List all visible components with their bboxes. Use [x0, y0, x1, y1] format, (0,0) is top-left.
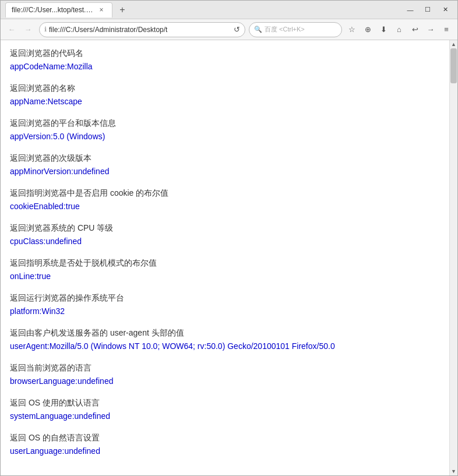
tab-area: file:///C:/User...ktop/test.html × +: [5, 2, 403, 17]
window-close-button[interactable]: ✕: [438, 4, 453, 16]
address-bar[interactable]: ℹ file:///C:/Users/Administrator/Desktop…: [39, 22, 245, 37]
info-section-label: 返回浏览器系统的 CPU 等级: [10, 222, 440, 234]
info-section-label: 返回浏览器的代码名: [10, 47, 440, 59]
back-button[interactable]: ←: [4, 22, 19, 37]
minimize-button[interactable]: —: [403, 4, 418, 16]
info-section-label: 返回运行浏览器的操作系统平台: [10, 292, 440, 304]
undo-button[interactable]: ↩: [407, 22, 422, 37]
shield-button[interactable]: ⊕: [360, 22, 375, 37]
info-section-value: userLanguage:undefined: [10, 445, 440, 457]
info-section: 返回浏览器的代码名appCodeName:Mozilla: [10, 47, 440, 73]
browser-window: file:///C:/User...ktop/test.html × + — ☐…: [0, 0, 458, 476]
bookmark-button[interactable]: ☆: [344, 22, 360, 37]
active-tab[interactable]: file:///C:/User...ktop/test.html ×: [5, 2, 112, 17]
info-section-label: 返回当前浏览器的语言: [10, 362, 440, 374]
scroll-thumb[interactable]: [450, 48, 457, 83]
info-section-value: onLine:true: [10, 270, 440, 283]
reload-button[interactable]: ↺: [234, 25, 240, 34]
home-button[interactable]: ⌂: [392, 22, 407, 37]
info-section-label: 返回指明浏览器中是否启用 cookie 的布尔值: [10, 187, 440, 199]
window-controls: — ☐ ✕: [403, 4, 453, 16]
info-section-value: appMinorVersion:undefined: [10, 165, 440, 178]
scroll-track[interactable]: [450, 48, 457, 467]
info-section: 返回浏览器的平台和版本信息appVersion:5.0 (Windows): [10, 117, 440, 143]
info-section: 返回当前浏览器的语言browserLanguage:undefined: [10, 362, 440, 387]
new-tab-button[interactable]: +: [115, 2, 130, 17]
info-section: 返回浏览器的次级版本appMinorVersion:undefined: [10, 152, 440, 178]
download-button[interactable]: ⬇: [376, 22, 391, 37]
info-section: 返回浏览器的名称appName:Netscape: [10, 82, 440, 108]
info-section-label: 返回指明系统是否处于脱机模式的布尔值: [10, 257, 440, 269]
scroll-up-arrow[interactable]: ▲: [450, 40, 458, 48]
content-wrapper: 返回浏览器的代码名appCodeName:Mozilla返回浏览器的名称appN…: [1, 40, 457, 475]
info-section: 返回由客户机发送服务器的 user-agent 头部的值userAgent:Mo…: [10, 327, 440, 352]
info-section-value: systemLanguage:undefined: [10, 410, 440, 422]
info-section: 返回指明系统是否处于脱机模式的布尔值onLine:true: [10, 257, 440, 283]
info-section-value: browserLanguage:undefined: [10, 375, 440, 387]
info-section: 返回 OS 使用的默认语言systemLanguage:undefined: [10, 397, 440, 422]
info-section: 返回 OS 的自然语言设置userLanguage:undefined: [10, 432, 440, 457]
address-text: file:///C:/Users/Administrator/Desktop/t: [49, 26, 231, 34]
sections-container: 返回浏览器的代码名appCodeName:Mozilla返回浏览器的名称appN…: [10, 47, 440, 457]
tab-close-button[interactable]: ×: [97, 5, 106, 15]
info-section-label: 返回 OS 的自然语言设置: [10, 432, 440, 444]
search-icon: 🔍: [254, 26, 262, 33]
search-placeholder-text: 百度 <Ctrl+K>: [265, 25, 305, 34]
info-section-label: 返回 OS 使用的默认语言: [10, 397, 440, 409]
info-section-value: appCodeName:Mozilla: [10, 61, 440, 73]
titlebar: file:///C:/User...ktop/test.html × + — ☐…: [1, 1, 457, 19]
info-section-label: 返回浏览器的名称: [10, 82, 440, 94]
info-section-value: platform:Win32: [10, 305, 440, 318]
page-content: 返回浏览器的代码名appCodeName:Mozilla返回浏览器的名称appN…: [1, 40, 449, 475]
scroll-down-arrow[interactable]: ▼: [450, 467, 458, 475]
info-section-value: appName:Netscape: [10, 96, 440, 108]
info-section-label: 返回浏览器的平台和版本信息: [10, 117, 440, 129]
info-section-label: 返回由客户机发送服务器的 user-agent 头部的值: [10, 327, 440, 339]
info-section-value: userAgent:Mozilla/5.0 (Windows NT 10.0; …: [10, 340, 440, 352]
info-section-value: appVersion:5.0 (Windows): [10, 131, 440, 143]
menu-button[interactable]: ≡: [439, 22, 454, 37]
info-section: 返回指明浏览器中是否启用 cookie 的布尔值cookieEnabled:tr…: [10, 187, 440, 213]
tab-title: file:///C:/User...ktop/test.html: [12, 6, 93, 14]
info-section-label: 返回浏览器的次级版本: [10, 152, 440, 164]
search-bar[interactable]: 🔍 百度 <Ctrl+K>: [249, 22, 342, 37]
info-section: 返回浏览器系统的 CPU 等级cpuClass:undefined: [10, 222, 440, 248]
info-section: 返回运行浏览器的操作系统平台platform:Win32: [10, 292, 440, 318]
lock-icon: ℹ: [44, 26, 47, 33]
redo-button[interactable]: →: [423, 22, 438, 37]
nav-icons: ☆ ⊕ ⬇ ⌂ ↩ → ≡: [344, 22, 454, 37]
info-section-value: cookieEnabled:true: [10, 200, 440, 213]
maximize-button[interactable]: ☐: [420, 4, 435, 16]
info-section-value: cpuClass:undefined: [10, 235, 440, 248]
forward-button[interactable]: →: [20, 22, 36, 37]
scrollbar[interactable]: ▲ ▼: [449, 40, 457, 475]
navbar: ← → ℹ file:///C:/Users/Administrator/Des…: [1, 19, 457, 40]
